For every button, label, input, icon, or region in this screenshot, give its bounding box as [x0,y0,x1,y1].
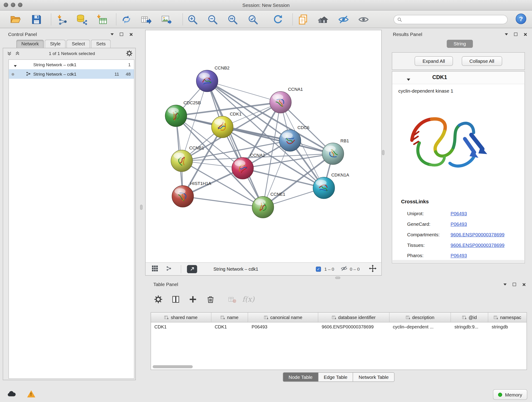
table-row[interactable]: CDK1 CDK1 P06493 9606.ENSP00000378699 cy… [151,322,526,332]
table-panel-float-icon[interactable] [511,281,518,288]
table-cell[interactable]: cyclin–dependent ... [389,325,451,330]
network-node-hist1h1a[interactable] [172,186,194,207]
show-columns-icon[interactable] [172,295,180,303]
refresh-view-button[interactable] [272,13,284,26]
graphics-details-button[interactable] [187,265,197,273]
collapse-all-button[interactable]: Collapse All [462,56,502,66]
tab-sets[interactable]: Sets [91,40,111,48]
network-collection-row[interactable]: String Network – cdk1 1 [9,60,134,69]
table-cell[interactable]: CDK1 [211,325,248,330]
network-options-gear-icon[interactable] [126,50,133,56]
tab-style[interactable]: Style [45,40,66,48]
column-header[interactable]: namespac [488,313,526,322]
memory-button[interactable]: Memory [493,389,527,400]
tab-node-table[interactable]: Node Table [283,373,318,382]
hide-selected-button[interactable] [337,13,350,26]
table-cell[interactable]: stringdb [488,325,526,330]
toolbar-separator [51,13,51,26]
table-cell[interactable]: P06493 [248,325,318,330]
column-header[interactable]: description [389,313,451,322]
import-network-from-file-button[interactable] [56,13,69,26]
network-node-ccnb1[interactable] [171,150,193,172]
table-cell[interactable]: 9606.ENSP00000378699 [318,325,389,330]
selected-checkbox-icon[interactable]: ✓ [316,266,321,271]
window-zoom-button[interactable] [18,3,22,7]
add-column-icon[interactable] [189,295,197,304]
network-node-ccna1[interactable] [270,91,291,113]
gene-card-header[interactable]: CDK1 [392,71,525,84]
table-panel-collapse-icon[interactable] [501,281,508,288]
column-header[interactable]: shared name [151,313,211,322]
tab-string[interactable]: String [447,40,473,48]
results-panel-float-icon[interactable] [512,31,519,37]
column-header[interactable]: @id [451,313,488,322]
control-panel-float-icon[interactable] [118,31,125,37]
warning-icon[interactable] [27,390,35,399]
table-options-gear-icon[interactable] [154,295,162,304]
zoom-selected-icon [247,14,259,25]
results-panel-collapse-icon[interactable] [503,31,510,37]
window-close-button[interactable] [4,3,8,7]
zoom-out-button[interactable] [206,13,219,26]
crosslink-link[interactable]: 9606.ENSP00000378699 [451,242,505,248]
crosslink-link[interactable]: P06493 [451,253,467,258]
collapse-all-networks-icon[interactable] [6,50,13,56]
gene-disclosure-triangle-icon[interactable] [406,76,411,83]
home-button[interactable] [317,13,330,26]
grid-view-icon[interactable] [152,265,158,273]
disclosure-triangle-icon[interactable] [13,63,17,68]
column-header[interactable]: canonical name [248,313,318,322]
pan-crosshair-icon[interactable] [369,264,377,274]
network-node-ccna2[interactable] [232,157,254,179]
table-panel-close-icon[interactable] [520,281,527,288]
network-small-icon[interactable] [166,265,172,273]
export-image-button[interactable] [160,13,172,26]
search-input[interactable] [404,17,507,22]
scrollbar-thumb[interactable] [152,365,193,368]
expand-all-networks-icon[interactable] [14,50,21,56]
results-horizontal-scrollbar[interactable] [393,260,524,263]
annotations-button[interactable] [297,13,309,26]
expand-all-button[interactable]: Expand All [415,56,453,66]
import-network-from-database-button[interactable] [75,13,88,26]
help-button[interactable]: ? [516,13,526,24]
open-session-button[interactable] [9,13,22,26]
bottom-splitter-handle[interactable] [335,277,340,279]
network-node-cdc6[interactable] [279,130,301,152]
network-node-cdc25b[interactable] [165,105,187,127]
results-panel-close-icon[interactable] [522,31,529,37]
network-node-cdkn1a[interactable] [313,177,335,199]
control-panel-close-icon[interactable] [128,31,134,37]
zoom-selected-button[interactable] [246,13,259,26]
table-cell[interactable]: stringdb:9... [451,325,488,330]
crosslink-link[interactable]: P06493 [451,211,467,216]
tab-select[interactable]: Select [67,40,90,48]
cloud-status-icon[interactable] [7,390,16,399]
network-node-cdk1[interactable] [211,116,233,138]
zoom-in-button[interactable] [186,13,199,26]
export-network-button[interactable] [139,13,152,26]
column-header[interactable]: database identifier [318,313,389,322]
right-splitter-handle[interactable] [382,150,384,155]
delete-column-icon[interactable] [206,295,215,304]
table-cell[interactable]: CDK1 [151,325,211,330]
window-minimize-button[interactable] [11,3,15,7]
network-node-rb1[interactable] [322,143,344,165]
clone-network-button[interactable] [120,13,133,26]
crosslink-link[interactable]: 9606.ENSP00000378699 [451,232,505,237]
zoom-fit-button[interactable] [226,13,239,26]
network-node-ccnb2[interactable] [196,70,218,92]
save-session-button[interactable] [30,13,43,26]
show-all-button[interactable] [357,13,370,26]
column-header[interactable]: name [211,313,248,322]
import-table-from-file-button[interactable] [95,13,108,26]
control-panel-collapse-icon[interactable] [109,31,115,37]
network-canvas[interactable]: CCNB2CCNA1CDC25BCDK1CDC6RB1CCNB1CCNA2CDK… [146,30,381,263]
network-node-ccne1[interactable] [252,196,274,218]
tab-network-table[interactable]: Network Table [353,373,394,382]
tab-network[interactable]: Network [16,40,44,48]
network-row[interactable]: String Network – cdk1 11 48 [9,69,134,79]
left-splitter-handle[interactable] [140,205,143,210]
tab-edge-table[interactable]: Edge Table [318,373,353,382]
crosslink-link[interactable]: P06493 [451,221,467,227]
